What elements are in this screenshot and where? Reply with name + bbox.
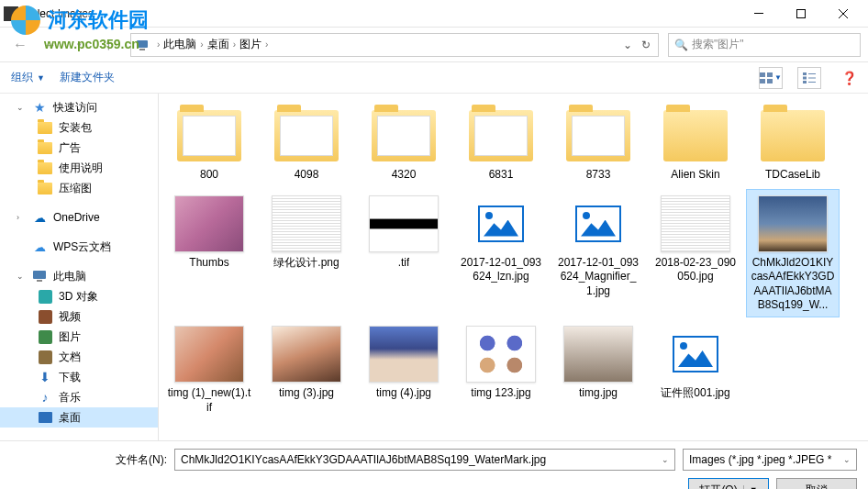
back-button[interactable]: ← [7, 32, 33, 58]
file-item[interactable]: 2017-12-01_093624_Magnifier_1.jpg [551, 189, 645, 317]
desktop-icon [39, 412, 52, 423]
file-item[interactable]: 6831 [454, 101, 548, 187]
file-thumbnail [270, 106, 343, 166]
file-thumbnail [562, 194, 635, 254]
chevron-right-icon: › [200, 39, 203, 50]
file-name: timg (3).jpg [279, 386, 334, 401]
svg-rect-4 [760, 72, 765, 77]
file-item[interactable]: 8733 [551, 101, 645, 187]
pc-icon [31, 269, 48, 283]
breadcrumb-part[interactable]: 桌面 [207, 37, 229, 52]
file-thumbnail [562, 106, 635, 166]
chevron-right-icon: › [265, 39, 268, 50]
sidebar-this-pc[interactable]: ⌄此电脑 [0, 266, 158, 286]
sidebar-item-folder[interactable]: 压缩图 [0, 178, 158, 198]
breadcrumb[interactable]: › 此电脑 › 桌面 › 图片 › ⌄↻ [130, 33, 659, 57]
sidebar-item-folder[interactable]: 广告 [0, 138, 158, 158]
up-button[interactable]: ↑ [95, 32, 121, 58]
help-button[interactable]: ❓ [841, 71, 857, 85]
file-item[interactable]: ChMkJld2O1KIYcasAAfEkkY3GDAAATIlAJ6btMAB… [746, 189, 840, 317]
app-icon [4, 6, 18, 21]
minimize-button[interactable] [738, 0, 780, 28]
chevron-right-icon: › [157, 39, 160, 50]
view-details-button[interactable] [797, 67, 821, 89]
file-item[interactable]: 证件照001.jpg [649, 319, 742, 419]
folder-icon [38, 122, 52, 134]
file-name: 绿化设计.png [273, 256, 339, 271]
file-item[interactable]: timg (3).jpg [260, 319, 353, 419]
sidebar-quick-access[interactable]: ⌄★快速访问 [0, 97, 158, 117]
download-icon: ⬇ [37, 370, 53, 384]
file-thumbnail [756, 106, 829, 166]
window-title: Select Images [24, 7, 738, 20]
sidebar-item-pictures[interactable]: 图片 [0, 327, 158, 347]
file-item[interactable]: TDCaseLib [746, 101, 840, 187]
cloud-icon: ☁ [31, 210, 48, 225]
breadcrumb-part[interactable]: 图片 [239, 37, 262, 52]
sidebar-wps[interactable]: ☁WPS云文档 [0, 237, 158, 257]
svg-rect-9 [808, 73, 816, 74]
file-thumbnail [172, 106, 246, 166]
svg-rect-2 [137, 40, 148, 48]
refresh-button[interactable]: ↻ [638, 39, 654, 51]
sidebar-item-documents[interactable]: 文档 [0, 347, 158, 367]
organize-menu[interactable]: 组织 ▼ [11, 70, 45, 85]
file-name: .tif [398, 256, 410, 271]
file-name: timg (4).jpg [376, 386, 431, 401]
file-name: 2017-12-01_093624_lzn.jpg [459, 256, 543, 284]
new-folder-button[interactable]: 新建文件夹 [60, 70, 115, 85]
sidebar: ⌄★快速访问 安装包 广告 使用说明 压缩图 ›☁OneDrive ☁WPS云文… [0, 94, 159, 440]
file-thumbnail [756, 194, 829, 254]
file-name: 800 [200, 168, 218, 183]
file-item[interactable]: timg (4).jpg [357, 319, 451, 419]
breadcrumb-part[interactable]: 此电脑 [163, 37, 196, 52]
svg-rect-10 [803, 76, 807, 79]
toolbar: 组织 ▼ 新建文件夹 ▼ ❓ [0, 62, 868, 94]
sidebar-onedrive[interactable]: ›☁OneDrive [0, 207, 158, 228]
nav-bar: ← → ▾ ↑ › 此电脑 › 桌面 › 图片 › ⌄↻ 🔍 搜索"图片" [0, 28, 868, 62]
titlebar: Select Images [0, 0, 868, 28]
sidebar-item-videos[interactable]: 视频 [0, 306, 158, 327]
cancel-button[interactable]: 取消 [776, 478, 857, 489]
svg-rect-6 [760, 79, 765, 83]
file-thumbnail [367, 194, 440, 254]
search-input[interactable]: 🔍 搜索"图片" [668, 33, 861, 57]
folder-icon [38, 183, 52, 194]
file-thumbnail [562, 324, 635, 384]
sidebar-item-folder[interactable]: 使用说明 [0, 158, 158, 178]
file-item[interactable]: .tif [357, 189, 451, 317]
file-item[interactable]: 绿化设计.png [260, 189, 353, 317]
file-item[interactable]: timg 123.jpg [454, 319, 548, 419]
sidebar-item-downloads[interactable]: ⬇下载 [0, 367, 158, 387]
file-thumbnail [464, 324, 538, 384]
filetype-filter[interactable]: Images (*.jpg *.jpeg *.JPEG *⌄ [683, 449, 857, 471]
file-item[interactable]: 2017-12-01_093624_lzn.jpg [454, 189, 548, 317]
sidebar-item-folder[interactable]: 安装包 [0, 117, 158, 138]
file-item[interactable]: timg.jpg [551, 319, 645, 419]
file-item[interactable]: 4098 [260, 101, 353, 187]
file-item[interactable]: Alien Skin [649, 101, 742, 187]
dialog-footer: 文件名(N): ChMkJld2O1KIYcasAAfEkkY3GDAAATIl… [0, 440, 868, 489]
file-name: 2018-02-23_090050.jpg [653, 256, 738, 284]
breadcrumb-dropdown[interactable]: ⌄ [619, 39, 636, 51]
sidebar-item-3d[interactable]: 3D 对象 [0, 286, 158, 306]
file-item[interactable]: Thumbs [162, 189, 256, 317]
image-icon [39, 330, 52, 344]
file-content-area[interactable]: 8004098432068318733Alien SkinTDCaseLibTh… [159, 94, 868, 440]
cloud-icon: ☁ [31, 239, 48, 254]
forward-button[interactable]: → [37, 32, 62, 58]
close-button[interactable] [822, 0, 864, 28]
file-item[interactable]: timg (1)_new(1).tif [162, 319, 256, 419]
view-thumbnails-button[interactable]: ▼ [759, 67, 783, 89]
file-name: 8733 [586, 168, 611, 183]
open-button[interactable]: 打开(O)▼ [688, 478, 769, 489]
file-item[interactable]: 2018-02-23_090050.jpg [649, 189, 742, 317]
file-item[interactable]: 4320 [357, 101, 451, 187]
maximize-button[interactable] [780, 0, 822, 28]
search-placeholder: 搜索"图片" [692, 37, 744, 52]
recent-dropdown[interactable]: ▾ [66, 32, 92, 58]
file-item[interactable]: 800 [162, 101, 256, 187]
sidebar-item-desktop[interactable]: 桌面 [0, 407, 158, 428]
filename-input[interactable]: ChMkJld2O1KIYcasAAfEkkY3GDAAATIlAJ6btMAB… [174, 449, 675, 471]
sidebar-item-music[interactable]: ♪音乐 [0, 387, 158, 407]
